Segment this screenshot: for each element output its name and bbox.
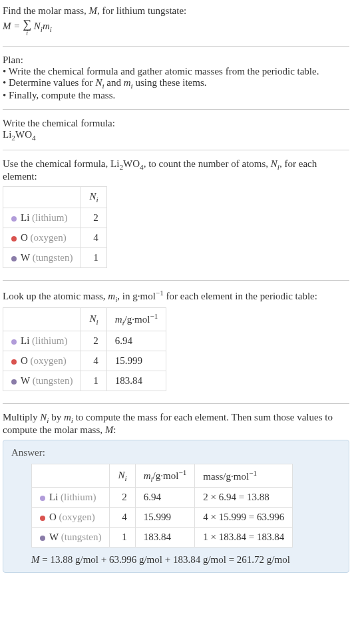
hn-sub: i <box>96 196 98 204</box>
table-row: Li (lithium) 2 6.94 <box>3 331 166 351</box>
element-dot-icon <box>11 216 17 222</box>
plan-section: Plan: • Write the chemical formula and g… <box>3 52 349 104</box>
header-m: mi/g·mol−1 <box>106 308 166 331</box>
hm: m <box>115 314 122 325</box>
hm-exp: −1 <box>150 312 158 320</box>
mass-value: 2 × 6.94 = 13.88 <box>195 488 293 508</box>
hm-exp: −1 <box>178 468 186 476</box>
header-m: mi/g·mol−1 <box>135 464 195 488</box>
s4-N: N <box>40 412 47 422</box>
header-mass: mass/g·mol−1 <box>195 464 293 488</box>
element-sym: Li <box>21 335 29 346</box>
sigma-sub: i <box>23 30 31 37</box>
step1-text: Write the chemical formula: <box>3 118 349 129</box>
n-value: 2 <box>81 208 106 228</box>
element-name: (oxygen) <box>57 512 95 522</box>
element-sym: W <box>49 532 59 542</box>
step4-text: Multiply Ni by mi to compute the mass fo… <box>3 412 349 436</box>
answer-label: Answer: <box>11 447 341 458</box>
element-dot-icon <box>40 516 45 521</box>
eq-rhs-m: m <box>43 21 50 31</box>
element-cell: O (oxygen) <box>3 228 81 248</box>
element-sym: O <box>21 355 28 366</box>
element-cell: W (tungsten) <box>3 371 81 391</box>
n-value: 1 <box>81 371 106 391</box>
var-M: M <box>89 5 98 16</box>
header-empty <box>32 464 110 488</box>
element-sym: O <box>21 232 28 243</box>
header-N: Ni <box>81 308 106 331</box>
s3-exp: −1 <box>156 289 164 297</box>
hmass-exp: −1 <box>249 469 257 477</box>
element-name: (tungsten) <box>59 532 102 542</box>
element-cell: W (tungsten) <box>32 528 110 548</box>
m-value: 183.84 <box>135 528 195 548</box>
chemical-formula: Li2WO4 <box>3 129 349 142</box>
table-row: O (oxygen) 4 15.999 4 × 15.999 = 63.996 <box>32 508 293 528</box>
hm-unit: /g·mol <box>124 314 150 325</box>
intro-text: Find the molar mass, <box>3 5 89 16</box>
hn: N <box>89 191 96 202</box>
element-cell: Li (lithium) <box>3 331 81 351</box>
element-cell: O (oxygen) <box>3 351 81 371</box>
m-value: 6.94 <box>106 331 166 351</box>
n-value: 2 <box>110 488 135 508</box>
n-value: 4 <box>110 508 135 528</box>
element-dot-icon <box>11 236 17 242</box>
step3-section: Look up the atomic mass, mi, in g·mol−1 … <box>3 286 349 398</box>
element-dot-icon <box>11 379 17 385</box>
s2-mid: , to count the number of atoms, <box>144 158 271 169</box>
plan2-and: and <box>104 77 124 88</box>
element-sym: W <box>21 252 30 263</box>
m-value: 6.94 <box>135 488 195 508</box>
element-dot-icon <box>11 339 17 345</box>
step2-section: Use the chemical formula, Li2WO4, to cou… <box>3 156 349 275</box>
plan2-pre: • Determine values for <box>3 77 95 88</box>
table-row: O (oxygen) 4 15.999 <box>3 351 166 371</box>
element-sym: Li <box>21 212 29 223</box>
plan-item-2: • Determine values for Ni and mi using t… <box>3 77 349 90</box>
hn-sub: i <box>96 318 98 326</box>
n-value: 2 <box>81 331 106 351</box>
divider <box>3 150 349 150</box>
n-value: 1 <box>110 528 135 548</box>
element-name: (lithium) <box>58 492 96 502</box>
element-cell: W (tungsten) <box>3 248 81 268</box>
header-empty <box>3 308 81 331</box>
element-sym: W <box>21 375 30 386</box>
hn: N <box>89 313 96 324</box>
answer-table: Ni mi/g·mol−1 mass/g·mol−1 Li (lithium) … <box>31 464 293 548</box>
element-sym: Li <box>49 492 58 502</box>
step2-text: Use the chemical formula, Li2WO4, to cou… <box>3 158 349 182</box>
final-var: M <box>31 554 40 565</box>
divider <box>3 280 349 281</box>
element-name: (oxygen) <box>28 232 67 243</box>
s3-m: m <box>108 291 115 301</box>
element-dot-icon <box>11 359 17 365</box>
final-eq-text: = 13.88 g/mol + 63.996 g/mol + 183.84 g/… <box>40 554 290 565</box>
answer-box: Answer: Ni mi/g·mol−1 mass/g·mol−1 Li (l… <box>3 440 349 573</box>
s2-WO: WO <box>123 158 140 169</box>
divider <box>3 46 349 47</box>
element-name: (lithium) <box>29 335 67 346</box>
element-cell: Li (lithium) <box>32 488 110 508</box>
element-cell: O (oxygen) <box>32 508 110 528</box>
element-dot-icon <box>11 256 17 261</box>
header-N: Ni <box>81 187 106 208</box>
m-value: 15.999 <box>135 508 195 528</box>
s2-Li: Li <box>110 158 119 169</box>
step4-section: Multiply Ni by mi to compute the mass fo… <box>3 409 349 575</box>
s4-pre: Multiply <box>3 412 40 422</box>
table-row: W (tungsten) 1 183.84 1 × 183.84 = 183.8… <box>32 528 293 548</box>
table-row: Li (lithium) 2 6.94 2 × 6.94 = 13.88 <box>32 488 293 508</box>
s2-pre: Use the chemical formula, <box>3 158 110 169</box>
hm-unit: /g·mol <box>153 470 179 481</box>
plan2-post: using these items. <box>133 77 207 88</box>
element-cell: Li (lithium) <box>3 208 81 228</box>
intro-section: Find the molar mass, M, for lithium tung… <box>3 3 349 41</box>
n-value: 4 <box>81 351 106 371</box>
mass-value: 1 × 183.84 = 183.84 <box>195 528 293 548</box>
plan-item-1: • Write the chemical formula and gather … <box>3 66 349 77</box>
formula-WO: WO <box>15 129 32 140</box>
table-header-row: Ni mi/g·mol−1 <box>3 308 166 331</box>
